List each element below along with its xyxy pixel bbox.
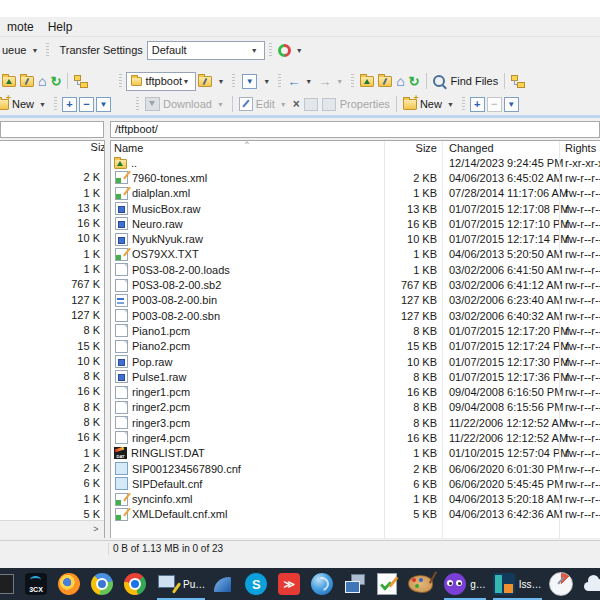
table-row[interactable]: P003-08-2-00.sbn 127 KB 03/02/2006 6:40:… <box>111 308 600 323</box>
list-item[interactable]: 1 K <box>0 247 104 262</box>
table-row[interactable]: Neuro.raw 16 KB 01/07/2015 12:17:10 PM r… <box>111 216 600 231</box>
list-item[interactable]: 2 K <box>0 461 104 476</box>
table-row[interactable]: MusicBox.raw 13 KB 01/07/2015 12:17:08 P… <box>111 201 600 216</box>
remote-select-same-button[interactable]: ▼ <box>504 97 519 112</box>
remote-refresh-button[interactable]: ↻ <box>407 74 422 89</box>
table-row[interactable]: Piano2.pcm 15 KB 01/07/2015 12:17:24 PM … <box>111 339 600 354</box>
remote-open-directory-button[interactable] <box>376 75 394 88</box>
table-row[interactable]: P003-08-2-00.bin 127 KB 03/02/2006 6:23:… <box>111 293 600 308</box>
list-item[interactable]: 1 K <box>0 492 104 507</box>
remote-path-combobox[interactable]: tftpboot ▼ <box>126 72 196 91</box>
menu-item[interactable]: mote <box>0 20 41 34</box>
column-header-changed[interactable]: Changed <box>442 142 559 154</box>
list-item[interactable]: 127 K <box>0 293 104 308</box>
list-item[interactable]: 8 K <box>0 415 104 430</box>
find-files-button[interactable]: Find Files <box>431 74 501 88</box>
taskbar-item[interactable]: Iss… <box>491 568 544 600</box>
list-item[interactable]: 10 K <box>0 354 104 369</box>
list-item[interactable] <box>0 155 104 170</box>
taskbar-item[interactable] <box>309 568 339 600</box>
scroll-right-arrow[interactable]: > <box>88 522 104 537</box>
table-row[interactable]: OS79XX.TXT 1 KB 04/06/2013 5:20:50 AM rw… <box>111 247 600 262</box>
list-item[interactable]: 127 K <box>0 308 104 323</box>
local-new-button[interactable]: New ▼ <box>0 97 50 111</box>
table-row[interactable]: syncinfo.xml 1 KB 04/06/2013 5:20:18 AM … <box>111 492 600 507</box>
local-parent-directory-button[interactable] <box>0 75 18 88</box>
taskbar-item[interactable] <box>406 568 439 600</box>
table-row[interactable]: NyukNyuk.raw 10 KB 01/07/2015 12:17:14 P… <box>111 231 600 246</box>
table-row[interactable]: ringer2.pcm 8 KB 09/04/2008 6:15:56 PM r… <box>111 400 600 415</box>
table-row[interactable]: dialplan.xml 1 KB 07/28/2014 11:17:06 AM… <box>111 186 600 201</box>
list-item[interactable]: 6 K <box>0 476 104 491</box>
table-row[interactable]: P0S3-08-2-00.sb2 767 KB 03/02/2006 6:41:… <box>111 277 600 292</box>
column-header-size[interactable]: Size <box>384 142 442 154</box>
local-size-column-header[interactable]: Size <box>0 141 104 155</box>
remote-select-add-button[interactable]: + <box>470 97 485 112</box>
taskbar-item[interactable]: Pu… <box>155 568 207 600</box>
table-row[interactable]: SIPDefault.cnf 6 KB 06/06/2020 5:45:45 P… <box>111 476 600 491</box>
list-item[interactable]: 16 K <box>0 430 104 445</box>
taskbar-item[interactable] <box>375 568 403 600</box>
table-row[interactable]: Piano1.pcm 8 KB 01/07/2015 12:17:20 PM r… <box>111 323 600 338</box>
list-item[interactable]: 1 K <box>0 186 104 201</box>
remote-tree-button[interactable] <box>509 74 528 89</box>
table-row[interactable]: 7960-tones.xml 2 KB 04/06/2013 6:45:02 A… <box>111 170 600 185</box>
remote-home-button[interactable]: ⌂ <box>394 74 406 89</box>
synchronize-button[interactable]: ▼ <box>276 43 307 58</box>
list-item[interactable]: 16 K <box>0 384 104 399</box>
table-row[interactable]: ringer3.pcm 8 KB 11/22/2006 12:12:52 AM … <box>111 415 600 430</box>
table-row[interactable]: ringer4.pcm 16 KB 11/22/2006 12:12:52 AM… <box>111 430 600 445</box>
table-row[interactable]: SIP001234567890.cnf 2 KB 06/06/2020 6:01… <box>111 461 600 476</box>
menu-item[interactable]: Help <box>41 20 80 34</box>
local-select-remove-button[interactable]: − <box>79 97 94 112</box>
table-row[interactable]: .. 12/14/2023 9:24:45 PM r-xr-xr-x <box>111 155 600 170</box>
taskbar-item[interactable] <box>342 568 372 600</box>
taskbar-item[interactable] <box>210 568 240 600</box>
table-row[interactable]: Pop.raw 10 KB 01/07/2015 12:17:30 PM rw-… <box>111 354 600 369</box>
taskbar-weather[interactable]: 48°F <box>582 568 600 600</box>
taskbar-item[interactable] <box>56 568 86 600</box>
remote-new-button[interactable]: New ▼ <box>401 97 458 111</box>
list-item[interactable]: 1 K <box>0 262 104 277</box>
table-row[interactable]: ringer1.pcm 16 KB 09/04/2008 6:16:50 PM … <box>111 384 600 399</box>
list-item[interactable]: 13 K <box>0 201 104 216</box>
taskbar-item[interactable] <box>122 568 152 600</box>
list-item[interactable]: 15 K <box>0 339 104 354</box>
back-button[interactable]: ← ▼ <box>285 74 316 89</box>
list-item[interactable]: 10 K <box>0 231 104 246</box>
table-row[interactable]: RINGLIST.DAT 1 KB 01/10/2015 12:57:04 PM… <box>111 446 600 461</box>
local-tree-button[interactable] <box>72 74 91 89</box>
table-row[interactable]: Pulse1.raw 8 KB 01/07/2015 12:17:36 PM r… <box>111 369 600 384</box>
local-home-button[interactable]: ⌂ <box>36 74 48 89</box>
taskbar-item[interactable] <box>547 568 579 600</box>
taskbar-item[interactable] <box>0 568 20 600</box>
open-directory-bookmark-button[interactable]: ▼ <box>196 75 228 88</box>
list-item[interactable]: 8 K <box>0 400 104 415</box>
table-row[interactable]: P0S3-08-2-00.loads 1 KB 03/02/2006 6:41:… <box>111 262 600 277</box>
taskbar-item[interactable]: 3CX <box>23 568 53 600</box>
taskbar-item[interactable]: S <box>243 568 273 600</box>
taskbar-item[interactable] <box>89 568 119 600</box>
local-open-directory-button[interactable] <box>18 75 36 88</box>
list-item[interactable]: 2 K <box>0 170 104 185</box>
list-item[interactable]: 1 K <box>0 446 104 461</box>
local-select-same-button[interactable]: ▼ <box>96 97 111 112</box>
list-item[interactable]: 8 K <box>0 323 104 338</box>
remote-path-box[interactable]: /tftpboot/ <box>110 121 600 138</box>
local-path-box[interactable] <box>0 121 104 138</box>
local-select-add-button[interactable]: + <box>62 97 77 112</box>
remote-parent-directory-button[interactable] <box>358 75 376 88</box>
filter-button[interactable]: ▼ ▼ <box>239 73 274 90</box>
taskbar-item[interactable]: g… <box>442 568 488 600</box>
list-item[interactable]: 16 K <box>0 216 104 231</box>
list-item[interactable]: 767 K <box>0 277 104 292</box>
column-header-rights[interactable]: Rights <box>559 142 600 154</box>
transfer-preset-combobox[interactable]: Default ▼ <box>147 41 265 60</box>
file-rights: rw-r--r-- <box>559 172 600 184</box>
taskbar-item[interactable]: ≫ <box>276 568 306 600</box>
list-item[interactable]: 8 K <box>0 369 104 384</box>
queue-button[interactable]: ueue ▼ <box>0 43 42 57</box>
local-horizontal-scrollbar[interactable]: > <box>0 520 104 538</box>
local-refresh-button[interactable]: ↻ <box>48 74 63 89</box>
table-row[interactable]: XMLDefault.cnf.xml 5 KB 04/06/2013 6:42:… <box>111 507 600 522</box>
